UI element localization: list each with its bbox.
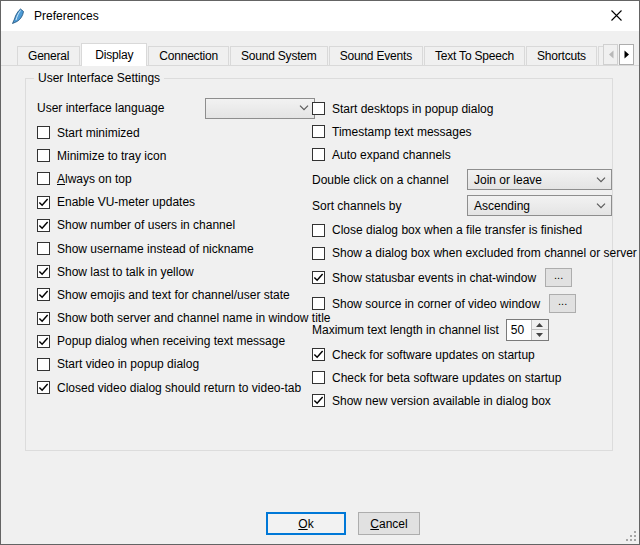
check-for-beta-software-updates-on-startup-checkbox-label[interactable]: Check for beta software updates on start… xyxy=(332,371,561,385)
tab-scroll-right-button[interactable] xyxy=(619,44,634,65)
show-a-dialog-box-when-excluded-from-channel-or-server-checkbox-label[interactable]: Show a dialog box when excluded from cha… xyxy=(332,246,637,260)
show-a-dialog-box-when-excluded-from-channel-or-server-checkbox-unchecked[interactable] xyxy=(312,247,325,260)
show-statusbar-events-in-chat-window-checkbox-checked[interactable] xyxy=(312,271,325,284)
spin-up-button[interactable] xyxy=(532,320,548,331)
check-icon xyxy=(38,382,49,393)
show-emojis-and-text-for-channel-user-state-checkbox-checked[interactable] xyxy=(37,288,50,301)
group-user-interface-settings: User Interface Settings User interface l… xyxy=(25,78,613,451)
checkbox-button-row: Show statusbar events in chat-window... xyxy=(312,265,612,291)
always-on-top-checkbox-unchecked[interactable] xyxy=(37,172,50,185)
checkbox-row: Close dialog box when a file transfer is… xyxy=(312,219,612,242)
chevron-down-icon xyxy=(596,203,606,209)
checkbox-row: Show last to talk in yellow xyxy=(37,260,315,283)
maximum-text-length-in-channel-list-spinbox[interactable]: 50 xyxy=(506,319,549,341)
auto-expand-channels-checkbox-unchecked[interactable] xyxy=(312,148,325,161)
close-dialog-box-when-a-file-transfer-is-finished-checkbox-unchecked[interactable] xyxy=(312,224,325,237)
start-video-in-popup-dialog-checkbox-unchecked[interactable] xyxy=(37,358,50,371)
show-new-version-available-in-dialog-box-checkbox-checked[interactable] xyxy=(312,394,325,407)
checkbox-row: Popup dialog when receiving text message xyxy=(37,330,315,353)
tab-sound-events[interactable]: Sound Events xyxy=(329,46,423,66)
popup-dialog-when-receiving-text-message-checkbox-checked[interactable] xyxy=(37,335,50,348)
tab-scrollers xyxy=(603,44,634,65)
arrow-left-icon xyxy=(608,50,614,59)
double-click-on-a-channel-combobox[interactable]: Join or leave xyxy=(467,169,612,190)
tab-display[interactable]: Display xyxy=(81,43,147,66)
start-desktops-in-popup-dialog-checkbox-unchecked[interactable] xyxy=(312,102,325,115)
checkbox-row: Show a dialog box when excluded from cha… xyxy=(312,242,612,265)
teamtalk-logo-icon xyxy=(10,8,27,25)
check-for-beta-software-updates-on-startup-checkbox-unchecked[interactable] xyxy=(312,371,325,384)
check-icon xyxy=(313,395,324,406)
right-column: Start desktops in popup dialogTimestamp … xyxy=(312,79,612,413)
show-source-in-corner-of-video-window-checkbox-unchecked[interactable] xyxy=(312,297,325,310)
cancel-button[interactable]: Cancel xyxy=(358,512,420,535)
close-icon xyxy=(611,10,622,21)
sort-channels-by-combobox[interactable]: Ascending xyxy=(467,195,612,216)
show-username-instead-of-nickname-checkbox-label[interactable]: Show username instead of nickname xyxy=(57,242,254,256)
check-for-software-updates-on-startup-checkbox-checked[interactable] xyxy=(312,348,325,361)
show-source-in-corner-of-video-window-checkbox-label[interactable]: Show source in corner of video window xyxy=(332,297,540,311)
start-desktops-in-popup-dialog-checkbox-label[interactable]: Start desktops in popup dialog xyxy=(332,102,493,116)
enable-vu-meter-updates-checkbox-label[interactable]: Enable VU-meter updates xyxy=(57,195,195,209)
enable-vu-meter-updates-checkbox-checked[interactable] xyxy=(37,196,50,209)
ok-button[interactable]: Ok xyxy=(266,512,346,535)
tab-shortcuts[interactable]: Shortcuts xyxy=(526,46,597,66)
tab-sound-system[interactable]: Sound System xyxy=(230,46,328,66)
close-dialog-box-when-a-file-transfer-is-finished-checkbox-label[interactable]: Close dialog box when a file transfer is… xyxy=(332,223,582,237)
always-on-top-checkbox-label[interactable]: Always on top xyxy=(57,172,132,186)
checkbox-row: Start video in popup dialog xyxy=(37,353,315,376)
show-username-instead-of-nickname-checkbox-unchecked[interactable] xyxy=(37,242,50,255)
tab-strip: GeneralDisplayConnectionSound SystemSoun… xyxy=(17,43,603,66)
auto-expand-channels-checkbox-label[interactable]: Auto expand channels xyxy=(332,148,451,162)
show-both-server-and-channel-name-in-window-title-checkbox-checked[interactable] xyxy=(37,312,50,325)
checkbox-row: Timestamp text messages xyxy=(312,120,612,143)
check-for-software-updates-on-startup-checkbox-label[interactable]: Check for software updates on startup xyxy=(332,348,535,362)
show-last-to-talk-in-yellow-checkbox-label[interactable]: Show last to talk in yellow xyxy=(57,265,194,279)
check-icon xyxy=(38,289,49,300)
check-icon xyxy=(38,220,49,231)
check-icon xyxy=(38,336,49,347)
title-bar[interactable]: Preferences xyxy=(1,1,639,31)
minimize-to-tray-icon-checkbox-unchecked[interactable] xyxy=(37,149,50,162)
show-both-server-and-channel-name-in-window-title-checkbox-label[interactable]: Show both server and channel name in win… xyxy=(57,311,331,325)
spin-down-button[interactable] xyxy=(532,330,548,340)
show-statusbar-events-in-chat-window-more-button[interactable]: ... xyxy=(545,268,572,287)
show-last-to-talk-in-yellow-checkbox-checked[interactable] xyxy=(37,265,50,278)
check-icon xyxy=(313,272,324,283)
resize-grip[interactable] xyxy=(623,528,637,542)
popup-dialog-when-receiving-text-message-checkbox-label[interactable]: Popup dialog when receiving text message xyxy=(57,334,285,348)
language-label: User interface language xyxy=(37,101,164,115)
checkbox-row: Auto expand channels xyxy=(312,143,612,166)
closed-video-dialog-should-return-to-video-tab-checkbox-label[interactable]: Closed video dialog should return to vid… xyxy=(57,381,301,395)
checkbox-row: Check for beta software updates on start… xyxy=(312,366,612,389)
checkbox-row: Check for software updates on startup xyxy=(312,343,612,366)
tab-bar: GeneralDisplayConnectionSound SystemSoun… xyxy=(1,43,639,66)
tab-general[interactable]: General xyxy=(17,46,80,66)
language-combobox[interactable] xyxy=(205,98,315,119)
checkbox-row: Always on top xyxy=(37,167,315,190)
timestamp-text-messages-checkbox-label[interactable]: Timestamp text messages xyxy=(332,125,472,139)
show-new-version-available-in-dialog-box-checkbox-label[interactable]: Show new version available in dialog box xyxy=(332,394,551,408)
tab-connection[interactable]: Connection xyxy=(148,46,229,66)
start-minimized-checkbox-label[interactable]: Start minimized xyxy=(57,126,140,140)
tab-text-to-speech[interactable]: Text To Speech xyxy=(424,46,525,66)
start-minimized-checkbox-unchecked[interactable] xyxy=(37,126,50,139)
closed-video-dialog-should-return-to-video-tab-checkbox-checked[interactable] xyxy=(37,381,50,394)
show-statusbar-events-in-chat-window-checkbox-label[interactable]: Show statusbar events in chat-window xyxy=(332,271,536,285)
chevron-down-icon xyxy=(299,105,309,111)
show-emojis-and-text-for-channel-user-state-checkbox-label[interactable]: Show emojis and text for channel/user st… xyxy=(57,288,290,302)
timestamp-text-messages-checkbox-unchecked[interactable] xyxy=(312,125,325,138)
close-button[interactable] xyxy=(594,1,639,30)
show-number-of-users-in-channel-checkbox-label[interactable]: Show number of users in channel xyxy=(57,218,235,232)
checkbox-row: Show new version available in dialog box xyxy=(312,389,612,412)
show-number-of-users-in-channel-checkbox-checked[interactable] xyxy=(37,219,50,232)
combo-row: Double click on a channelJoin or leave xyxy=(312,167,612,193)
checkbox-row: Minimize to tray icon xyxy=(37,144,315,167)
chevron-down-icon xyxy=(596,177,606,183)
show-source-in-corner-of-video-window-more-button[interactable]: ... xyxy=(549,294,576,313)
tab-scroll-left-button[interactable] xyxy=(603,44,618,65)
spin-buttons xyxy=(531,320,548,340)
checkbox-row: Show number of users in channel xyxy=(37,214,315,237)
minimize-to-tray-icon-checkbox-label[interactable]: Minimize to tray icon xyxy=(57,149,166,163)
start-video-in-popup-dialog-checkbox-label[interactable]: Start video in popup dialog xyxy=(57,357,199,371)
